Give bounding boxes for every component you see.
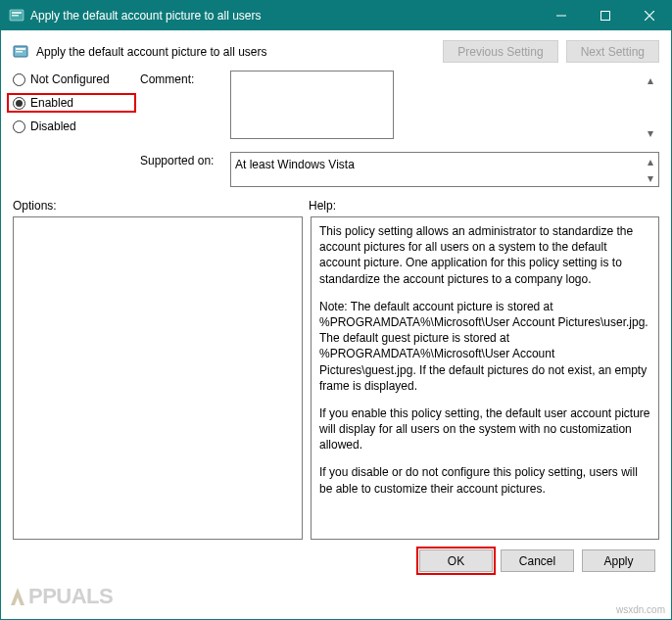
radio-icon	[13, 120, 25, 133]
svg-rect-8	[16, 48, 25, 50]
radio-enabled[interactable]: Enabled	[7, 93, 136, 113]
cancel-button[interactable]: Cancel	[501, 549, 574, 572]
next-setting-button[interactable]: Next Setting	[566, 40, 659, 63]
svg-rect-9	[16, 51, 23, 53]
options-pane	[13, 216, 303, 540]
radio-not-configured[interactable]: Not Configured	[13, 72, 130, 86]
svg-rect-4	[600, 12, 609, 21]
radio-icon	[13, 73, 25, 86]
options-label: Options:	[13, 199, 309, 213]
comment-label: Comment:	[140, 71, 222, 86]
radio-label: Disabled	[30, 119, 76, 133]
dialog-footer: OK Cancel Apply	[13, 549, 659, 572]
policy-icon	[9, 8, 24, 24]
window-title: Apply the default account picture to all…	[30, 9, 539, 23]
policy-header-icon	[13, 44, 28, 60]
apply-button[interactable]: Apply	[582, 549, 655, 572]
radio-label: Not Configured	[30, 72, 110, 86]
minimize-button[interactable]	[539, 1, 583, 30]
scroll-up-icon[interactable]: ▴	[643, 72, 657, 87]
watermark-brand: PPUALS	[7, 584, 113, 609]
scroll-down-icon[interactable]: ▾	[643, 170, 657, 185]
policy-title: Apply the default account picture to all…	[36, 45, 266, 59]
watermark-text: PPUALS	[28, 584, 113, 609]
radio-disabled[interactable]: Disabled	[13, 119, 130, 133]
titlebar: Apply the default account picture to all…	[1, 1, 671, 30]
watermark-source: wsxdn.com	[616, 604, 665, 615]
supported-label: Supported on:	[140, 152, 222, 167]
help-paragraph: This policy setting allows an administra…	[319, 223, 650, 287]
help-paragraph: Note: The default account picture is sto…	[319, 299, 650, 394]
help-label: Help:	[309, 199, 336, 213]
policy-header: Apply the default account picture to all…	[13, 40, 659, 63]
radio-label: Enabled	[30, 96, 73, 110]
maximize-button[interactable]	[583, 1, 627, 30]
watermark-logo-icon	[7, 586, 28, 607]
close-button[interactable]	[627, 1, 671, 30]
help-pane: This policy setting allows an administra…	[311, 216, 659, 540]
help-paragraph: If you disable or do not configure this …	[319, 464, 650, 496]
svg-rect-1	[12, 12, 22, 14]
scroll-up-icon[interactable]: ▴	[643, 154, 657, 168]
previous-setting-button[interactable]: Previous Setting	[443, 40, 557, 63]
svg-rect-2	[12, 15, 19, 17]
scroll-down-icon[interactable]: ▾	[643, 125, 657, 140]
supported-on-text: At least Windows Vista	[230, 152, 659, 187]
ok-button[interactable]: OK	[419, 549, 493, 572]
comment-input[interactable]	[230, 71, 394, 139]
state-radio-group: Not Configured Enabled Disabled	[13, 72, 130, 133]
radio-icon	[13, 97, 25, 110]
help-paragraph: If you enable this policy setting, the d…	[319, 405, 650, 453]
